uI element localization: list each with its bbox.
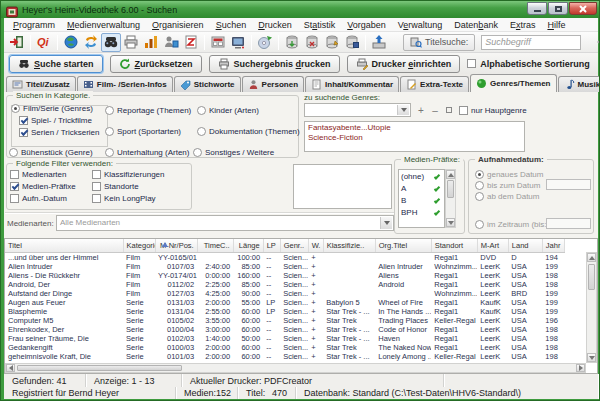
alpha-sort-checkbox-box[interactable] (467, 59, 476, 68)
combo-dropdown-icon[interactable] (380, 217, 392, 229)
checkbox-nur-hauptgenre[interactable]: nur Hauptgenre (459, 106, 527, 115)
menu-item[interactable]: Hilfe (541, 20, 571, 30)
radio-bis-zum-datum[interactable]: bis zum Datum (475, 181, 540, 190)
genre-clear-button[interactable] (443, 104, 455, 116)
search-start-button[interactable]: Suche starten (9, 55, 103, 73)
scrollbar-thumb[interactable] (447, 180, 454, 198)
col-header[interactable]: Titel (5, 239, 123, 252)
menu-item[interactable]: Suchen (210, 20, 253, 30)
menu-item[interactable]: Extras (504, 20, 542, 30)
table-row[interactable]: Computer M5Serie 0105/023:55:00 60:00-- … (5, 316, 565, 325)
col-header[interactable]: Org.Titel (375, 239, 431, 252)
col-header[interactable]: Land (508, 239, 542, 252)
scrollbar-thumb[interactable] (17, 365, 182, 371)
tab-stichworte[interactable]: Stichworte (174, 76, 241, 92)
tab-extra-texte[interactable]: Extra-Texte (400, 76, 469, 92)
printer-setup-button[interactable]: Drucker einrichten (347, 55, 461, 73)
genre-remove-button[interactable]: – (429, 104, 441, 116)
organize-icon[interactable] (81, 33, 101, 52)
exit-icon[interactable] (7, 33, 27, 52)
alpha-sort-checkbox[interactable]: Alphabetische Sortierung (467, 59, 590, 69)
database-restore-icon[interactable] (282, 33, 302, 52)
checkbox-serien[interactable]: Serien / Trickserien (19, 128, 99, 137)
genre-list-item[interactable]: Fantasyabente...Utopie (308, 123, 521, 133)
radio-unterhaltung[interactable]: Unterhaltung (Arten) (105, 148, 189, 157)
radio-im-zeitraum[interactable]: im Zeitraum (bis:) (475, 220, 549, 229)
print-export-icon[interactable] (369, 33, 389, 52)
scroll-down-icon[interactable] (446, 218, 455, 227)
table-row[interactable]: Frau seiner Träume, DieSerie 0102/031:40… (5, 334, 565, 343)
col-header[interactable]: W. (308, 239, 323, 252)
table-vertical-scrollbar[interactable] (586, 252, 597, 363)
scroll-right-icon[interactable] (576, 364, 585, 372)
close-button[interactable] (569, 2, 597, 15)
table-row[interactable]: Ehrenkodex, DerSerie 0100/043:00:00 60:0… (5, 325, 565, 334)
qi-logo-icon[interactable]: Qi (34, 33, 54, 52)
menu-item[interactable]: Drucken (252, 20, 298, 30)
genre-combobox[interactable] (304, 103, 411, 117)
radio-sport[interactable]: Sport (Sportarten) (105, 127, 181, 136)
col-header[interactable]: Jahr (542, 239, 564, 252)
menu-item[interactable]: Statistik (298, 20, 342, 30)
praefixe-list[interactable]: (ohne) A B BPH (398, 169, 445, 228)
table-row[interactable]: BlasphemieSerie 0131/042:55:00 60:00LP S… (5, 307, 565, 316)
col-header[interactable]: Kategorie (123, 239, 155, 252)
selected-genres-list[interactable]: Fantasyabente...UtopieScience-Fiction (304, 121, 525, 152)
title-search-input[interactable] (481, 35, 581, 50)
filter-checkbox[interactable]: Aufn.-Datum (10, 194, 76, 203)
tab-film-serien-infos[interactable]: Film- /Serien-Infos (77, 76, 173, 92)
medienarten-selection-list[interactable] (293, 164, 392, 209)
filter-checkbox[interactable]: Kein LongPlay (92, 194, 164, 203)
scroll-up-icon[interactable] (446, 170, 455, 179)
menu-item[interactable]: Datenbank (448, 20, 504, 30)
radio-genaues-datum[interactable]: genaues Datum (475, 170, 543, 179)
radio-buehnenstueck[interactable]: Bühenstück (Genre) (9, 148, 93, 157)
filter-checkbox[interactable]: Medien-Präfixe (10, 182, 76, 191)
maximize-button[interactable] (548, 2, 568, 15)
manage-document-icon[interactable] (181, 33, 201, 52)
col-header[interactable]: Genr.. (280, 239, 308, 252)
table-row[interactable]: geheimnisvolle Kraft, DieSerie 0101/032:… (5, 352, 565, 361)
praefixe-scrollbar[interactable] (445, 169, 456, 228)
date-input-zeitraum[interactable] (546, 218, 591, 229)
cd-icon[interactable] (255, 33, 275, 52)
print-icon[interactable] (121, 33, 141, 52)
medienarten-combobox[interactable]: Alle Medienarten (56, 215, 394, 231)
titelsuche-button[interactable]: Titelsuche: (403, 34, 475, 51)
numbering-icon[interactable] (208, 33, 228, 52)
col-header[interactable]: Länge (233, 239, 263, 252)
database-close-icon[interactable] (302, 33, 322, 52)
table-row[interactable]: Aliens - Die RückkehrFilm YY-0174/010:00… (5, 271, 565, 280)
database-edit-icon[interactable] (322, 33, 342, 52)
tab-musik[interactable]: Musik (558, 76, 600, 92)
minimize-button[interactable] (527, 2, 547, 15)
table-row[interactable]: Alien IntruderFilm 0107/032:40:00 85:00-… (5, 262, 565, 271)
radio-film-serie[interactable]: Film/Serie (Genres) (11, 104, 93, 113)
table-row[interactable]: ...und über uns der HimmelFilm YY-0165/0… (5, 252, 565, 262)
col-header[interactable]: TimeC.. (197, 239, 233, 252)
praefix-item[interactable]: B (401, 196, 442, 205)
filter-checkbox[interactable]: Klassifizierungen (92, 170, 164, 179)
col-header[interactable]: LP (263, 239, 280, 252)
col-header[interactable]: Klassifizie.. (323, 239, 375, 252)
menu-item[interactable]: Medienverwaltung (61, 20, 146, 30)
radio-dokumentation[interactable]: Dokumentation (Themen) (197, 127, 300, 136)
titlebar[interactable]: Heyer's Heim-Videothek 6.00 - Suchen (1, 1, 600, 18)
scroll-down-icon[interactable] (587, 353, 596, 362)
checkbox-spielfilme[interactable]: Spiel- / Trickfilme (19, 116, 92, 125)
scroll-up-icon[interactable] (587, 253, 596, 262)
date-input-bis[interactable] (546, 179, 591, 190)
menu-item[interactable]: Organisieren (146, 20, 210, 30)
menu-item[interactable]: Vorgaben (341, 20, 392, 30)
praefix-item[interactable]: (ohne) (401, 172, 442, 181)
statistics-icon[interactable] (141, 33, 161, 52)
radio-kinder[interactable]: Kinder (Arten) (197, 106, 259, 115)
search-binoculars-icon[interactable] (101, 33, 121, 52)
table-row[interactable]: Augen aus FeuerSerie 0131/032:00:00 55:0… (5, 298, 565, 307)
tab-personen[interactable]: Personen (242, 76, 304, 92)
tab-titel-zusatz[interactable]: Titel/Zusatz (6, 76, 76, 92)
reset-button[interactable]: Zurücksetzen (110, 55, 202, 73)
table-row[interactable]: Aufstand der DingeFilm 0127/034:25:00 90… (5, 289, 565, 298)
genre-list-item[interactable]: Science-Fiction (308, 133, 521, 143)
print-results-button[interactable]: Suchergebnis drucken (209, 55, 340, 73)
